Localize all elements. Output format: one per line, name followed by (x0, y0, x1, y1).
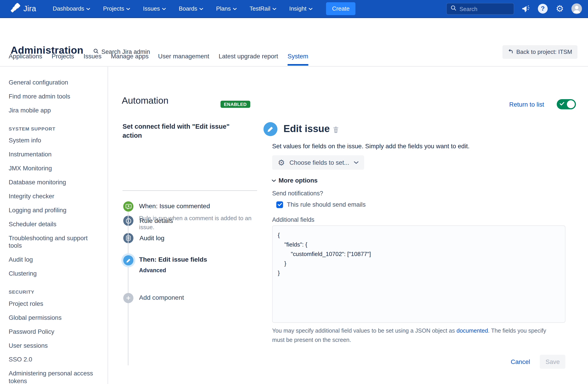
rule-enabled-toggle[interactable] (557, 99, 576, 109)
sidebar-item-password-policy[interactable]: Password Policy (9, 328, 102, 335)
system-sidebar: General configuration Find more admin to… (0, 67, 108, 384)
sidebar-item-general-configuration[interactable]: General configuration (9, 78, 102, 86)
nav-item-testrail[interactable]: TestRail (250, 5, 276, 12)
sidebar-item-audit-log[interactable]: Audit log (9, 256, 102, 263)
chevron-down-icon (233, 8, 237, 10)
chevron-down-icon (162, 8, 166, 10)
toggle-knob (567, 100, 575, 108)
sidebar-item-jmx-monitoring[interactable]: JMX Monitoring (9, 164, 102, 172)
admin-tab-bar: Applications Projects Issues Manage apps… (9, 53, 308, 65)
check-icon (277, 203, 282, 206)
documented-link[interactable]: documented (456, 327, 488, 334)
tab-system[interactable]: System (288, 53, 308, 65)
sidebar-item-administering-personal-access-tokens[interactable]: Administering personal access tokens (9, 370, 102, 384)
additional-fields-textarea[interactable]: { "fields": { "customfield_10702": ["108… (272, 226, 566, 323)
sidebar-item-find-more-admin-tools[interactable]: Find more admin tools (9, 92, 102, 100)
comment-added-icon[interactable] (123, 201, 133, 211)
add-component-icon[interactable] (123, 293, 133, 303)
sidebar-item-instrumentation[interactable]: Instrumentation (9, 150, 102, 158)
tab-applications[interactable]: Applications (9, 53, 42, 65)
tab-manage-apps[interactable]: Manage apps (111, 53, 148, 65)
send-notifications-label: Send notifications? (272, 190, 323, 197)
chevron-down-icon (309, 8, 313, 10)
chevron-down-icon (273, 8, 276, 10)
automation-main: Automation ENABLED Return to list Set co… (109, 67, 588, 384)
nav-item-dashboards[interactable]: Dashboards (53, 5, 90, 12)
nav-item-boards[interactable]: Boards (179, 5, 203, 12)
main-menu: Dashboards Projects Issues Boards Plans … (53, 5, 313, 12)
sidebar-item-jira-mobile-app[interactable]: Jira mobile app (9, 106, 102, 114)
chevron-expanded-icon (272, 179, 276, 182)
jira-logo[interactable]: Jira (11, 3, 36, 15)
jira-logo-icon (11, 3, 21, 15)
sidebar-item-sso-2-0[interactable]: SSO 2.0 (9, 356, 102, 363)
nav-item-issues[interactable]: Issues (143, 5, 166, 12)
jira-admin-page: Jira Dashboards Projects Issues Boards P… (0, 0, 588, 384)
nav-item-plans[interactable]: Plans (216, 5, 237, 12)
editor-title: Edit issue (283, 123, 330, 134)
sidebar-item-database-monitoring[interactable]: Database monitoring (9, 178, 102, 186)
sidebar-item-project-roles[interactable]: Project roles (9, 300, 102, 307)
user-avatar[interactable] (571, 3, 582, 14)
sidebar-item-clustering[interactable]: Clustering (9, 270, 102, 277)
rule-divider (123, 191, 257, 191)
component-connector-line (128, 202, 128, 365)
nav-item-projects[interactable]: Projects (103, 5, 130, 12)
chevron-down-icon (86, 8, 90, 10)
sidebar-item-logging-and-profiling[interactable]: Logging and profiling (9, 206, 102, 214)
sidebar-item-global-permissions[interactable]: Global permissions (9, 314, 102, 321)
trigger-title[interactable]: When: Issue commented (139, 202, 210, 210)
send-emails-option: This rule should send emails (276, 201, 366, 208)
sidebar-item-scheduler-details[interactable]: Scheduler details (9, 220, 102, 228)
automation-title: Automation (122, 95, 168, 106)
footer-actions: Cancel Save (272, 355, 566, 369)
help-icon[interactable]: ? (538, 3, 548, 14)
nav-item-insight[interactable]: Insight (289, 5, 313, 12)
check-icon (560, 102, 564, 106)
action-subtitle: Advanced (139, 267, 166, 273)
send-emails-checkbox-label[interactable]: This rule should send emails (287, 201, 366, 208)
editor-description: Set values for fields on the issue. Simp… (272, 142, 469, 150)
tab-issues[interactable]: Issues (84, 53, 102, 65)
edit-pencil-icon[interactable] (123, 255, 133, 265)
choose-fields-button[interactable]: ⚙ Choose fields to set... (272, 155, 364, 170)
return-to-list-link[interactable]: Return to list (509, 101, 544, 108)
chevron-down-icon (126, 8, 130, 10)
tab-user-management[interactable]: User management (158, 53, 209, 65)
chevron-down-icon (200, 8, 203, 10)
delete-trash-icon[interactable] (333, 126, 339, 134)
additional-fields-help-text: You may specify additional field values … (272, 326, 556, 345)
more-options-toggle[interactable]: More options (272, 177, 317, 184)
create-button[interactable]: Create (326, 2, 356, 15)
add-component-label[interactable]: Add component (139, 294, 184, 301)
rule-title: Set connect field with "Edit issue" acti… (123, 122, 247, 140)
top-navigation: Jira Dashboards Projects Issues Boards P… (0, 0, 588, 18)
gear-icon: ⚙ (278, 159, 285, 167)
return-arrow-icon (507, 49, 513, 55)
tab-latest-upgrade-report[interactable]: Latest upgrade report (219, 53, 278, 65)
settings-gear-icon[interactable]: ⚙ (554, 3, 565, 14)
announcements-icon[interactable] (521, 3, 531, 14)
chevron-down-icon (354, 161, 358, 164)
audit-log-nav-item[interactable]: Audit log (123, 233, 165, 243)
send-emails-checkbox[interactable] (276, 201, 283, 208)
sidebar-item-integrity-checker[interactable]: Integrity checker (9, 192, 102, 200)
tab-projects[interactable]: Projects (52, 53, 74, 65)
status-badge: ENABLED (221, 101, 250, 108)
admin-header: Administration Search Jira admin Back to… (0, 18, 588, 53)
back-to-project-button[interactable]: Back to project: ITSM (502, 45, 577, 59)
edit-issue-avatar-pencil-icon (263, 122, 277, 136)
sidebar-heading-security: SECURITY (9, 290, 102, 295)
save-button[interactable]: Save (540, 355, 565, 369)
additional-fields-label: Additional fields (272, 216, 315, 223)
nav-search[interactable] (446, 3, 514, 15)
search-icon (450, 5, 456, 12)
search-input[interactable] (459, 5, 508, 12)
sidebar-item-troubleshooting-and-support-tools[interactable]: Troubleshooting and support tools (9, 234, 102, 249)
cancel-button[interactable]: Cancel (511, 358, 530, 365)
sidebar-item-user-sessions[interactable]: User sessions (9, 342, 102, 349)
sidebar-item-system-info[interactable]: System info (9, 137, 102, 144)
trigger-description: Rule is run when a comment is added to a… (139, 214, 254, 232)
sidebar-heading-system-support: SYSTEM SUPPORT (9, 126, 102, 131)
action-title[interactable]: Then: Edit issue fields (139, 256, 207, 263)
